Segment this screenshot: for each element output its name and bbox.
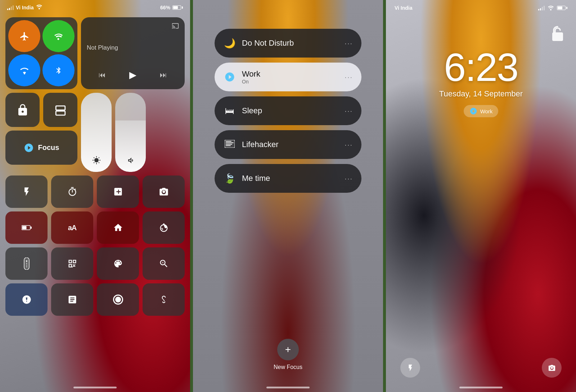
- wifi-toggle-button[interactable]: [8, 54, 40, 86]
- lock-bar-3: [542, 7, 543, 10]
- svg-rect-3: [31, 227, 32, 229]
- lock-flashlight-button[interactable]: [400, 358, 420, 378]
- home-indicator-3: [459, 387, 503, 388]
- home-tile[interactable]: [97, 211, 139, 244]
- bluetooth-button[interactable]: [42, 54, 75, 86]
- lock-signal-bars: [538, 5, 545, 10]
- focus-tile-label: Focus: [38, 143, 59, 152]
- focus-item-sleep[interactable]: 🛏 Sleep ···: [215, 96, 361, 125]
- dnd-dots[interactable]: ···: [345, 39, 353, 47]
- brightness-slider[interactable]: [81, 93, 112, 172]
- metime-icon: 🍃: [223, 173, 236, 184]
- sleep-label: Sleep: [242, 106, 339, 115]
- focus-item-metime[interactable]: 🍃 Me time ···: [215, 164, 361, 193]
- text-size-tile[interactable]: aA: [51, 211, 93, 244]
- not-playing-title: Not Playing: [87, 44, 179, 51]
- battery-percent: 66%: [160, 5, 170, 10]
- signal-bars: [7, 5, 14, 10]
- metime-dots[interactable]: ···: [345, 174, 353, 183]
- svg-rect-15: [226, 145, 231, 146]
- focus-list: 🌙 Do Not Disturb ··· Work On ··· 🛏 Sleep…: [193, 0, 383, 392]
- home-indicator-2: [266, 387, 310, 388]
- connectivity-block[interactable]: [5, 17, 77, 89]
- qr-code-tile[interactable]: [51, 247, 93, 280]
- sleep-dots[interactable]: ···: [345, 107, 353, 115]
- metime-label: Me time: [242, 174, 339, 183]
- work-text-area: Work On: [242, 69, 339, 85]
- focus-panel: 🌙 Do Not Disturb ··· Work On ··· 🛏 Sleep…: [193, 0, 383, 392]
- status-left: Vi India: [7, 4, 42, 11]
- cellular-button[interactable]: [42, 20, 75, 52]
- cc-row-2: Focus: [5, 93, 185, 172]
- signal-bar-3: [11, 6, 12, 10]
- svg-point-16: [550, 9, 552, 10]
- svg-point-10: [162, 262, 163, 264]
- svg-rect-7: [26, 263, 27, 264]
- svg-rect-9: [26, 266, 27, 267]
- divider-2: [383, 0, 386, 392]
- hearing-tile[interactable]: [143, 283, 185, 316]
- work-label: Work: [242, 69, 339, 79]
- battery-tile[interactable]: [5, 211, 48, 244]
- utility-row-2: aA: [5, 211, 185, 244]
- utility-row-1: [5, 176, 185, 208]
- focus-item-work[interactable]: Work On ···: [215, 63, 361, 91]
- lifehacker-dots[interactable]: ···: [345, 141, 353, 149]
- media-controls: ⏮ ▶ ⏭: [87, 66, 179, 84]
- work-icon: [223, 72, 236, 82]
- svg-rect-8: [26, 265, 27, 265]
- cc-row-2a: [5, 93, 77, 127]
- dnd-icon: 🌙: [223, 38, 236, 49]
- flashlight-tile[interactable]: [5, 176, 48, 208]
- new-focus-button[interactable]: +: [277, 339, 299, 360]
- signal-bar-2: [9, 8, 10, 10]
- camera-tile[interactable]: [143, 176, 185, 208]
- calculator-tile[interactable]: [97, 176, 139, 208]
- work-dots[interactable]: ···: [345, 73, 353, 81]
- utility-row-4: [5, 283, 185, 316]
- lock-battery-icon: [557, 6, 567, 10]
- fast-forward-button[interactable]: ⏭: [160, 71, 167, 79]
- divider-1: [190, 0, 193, 392]
- badge-label: Work: [480, 108, 493, 114]
- lock-bar-2: [540, 8, 541, 10]
- color-filter-tile[interactable]: [97, 247, 139, 280]
- shazam-tile[interactable]: [5, 283, 48, 316]
- lock-icon-area: [386, 24, 576, 44]
- not-playing-block[interactable]: Not Playing ⏮ ▶ ⏭: [81, 17, 185, 89]
- lock-screen-panel: Vi India: [386, 0, 576, 392]
- rewind-button[interactable]: ⏮: [99, 71, 106, 79]
- accessibility-tile[interactable]: [143, 211, 185, 244]
- carrier-name: Vi India: [16, 5, 34, 10]
- screen-lock-tile[interactable]: [5, 93, 40, 127]
- svg-rect-13: [226, 142, 234, 143]
- lock-padlock-icon: [550, 24, 565, 44]
- utility-row-3: [5, 247, 185, 280]
- svg-rect-17: [552, 32, 563, 41]
- play-button[interactable]: ▶: [129, 69, 136, 81]
- screen-mirror-tile[interactable]: [43, 93, 77, 127]
- lock-camera-button[interactable]: [542, 358, 562, 378]
- focus-tile[interactable]: Focus: [5, 131, 77, 165]
- notes-tile[interactable]: [51, 283, 93, 316]
- volume-slider[interactable]: [115, 93, 146, 172]
- remote-tile[interactable]: [5, 247, 48, 280]
- cc-row-1: Not Playing ⏮ ▶ ⏭: [5, 17, 185, 89]
- focus-item-dnd[interactable]: 🌙 Do Not Disturb ···: [215, 29, 361, 58]
- lock-wifi-icon: [548, 5, 554, 10]
- svg-point-0: [39, 8, 40, 9]
- volume-icon: [126, 156, 135, 167]
- new-focus-label: New Focus: [274, 364, 302, 370]
- screen-record-tile[interactable]: [97, 283, 139, 316]
- airplane-mode-button[interactable]: [8, 20, 40, 52]
- svg-point-6: [26, 260, 27, 262]
- timer-tile[interactable]: [51, 176, 93, 208]
- plus-icon: +: [285, 344, 291, 355]
- work-focus-badge[interactable]: Work: [464, 105, 499, 117]
- magnifier-tile[interactable]: [143, 247, 185, 280]
- home-indicator-1: [73, 387, 117, 388]
- focus-item-lifehacker[interactable]: Lifehacker ···: [215, 130, 361, 159]
- sliders-block: [81, 93, 146, 172]
- svg-rect-2: [22, 226, 26, 229]
- lock-content: 6:23 Tuesday, 14 September Work: [386, 14, 576, 117]
